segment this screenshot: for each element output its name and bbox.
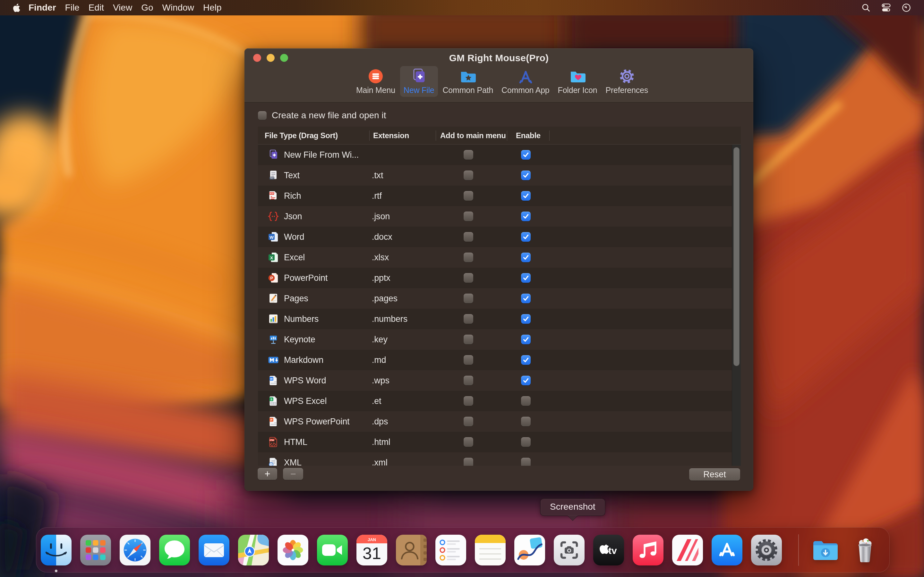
dock-item-reminders[interactable] [435, 535, 466, 566]
dock-item-tv[interactable]: tv [593, 535, 624, 566]
add-to-main-menu-checkbox[interactable] [464, 273, 473, 283]
control-center-icon[interactable] [881, 3, 891, 13]
table-row-pages[interactable]: Pages .pages [258, 288, 741, 309]
table-row-word[interactable]: W Word .docx [258, 227, 741, 247]
enable-checkbox[interactable] [521, 253, 531, 262]
enable-checkbox[interactable] [521, 191, 531, 201]
enable-checkbox[interactable] [521, 396, 531, 406]
clock-status-icon[interactable] [901, 3, 911, 13]
dock-item-music[interactable] [633, 535, 664, 566]
add-to-main-menu-checkbox[interactable] [464, 253, 473, 262]
add-to-main-menu-checkbox[interactable] [464, 355, 473, 365]
enable-checkbox[interactable] [521, 355, 531, 365]
reset-button[interactable]: Reset [689, 468, 740, 480]
table-row-powerpoint[interactable]: P PowerPoint .pptx [258, 268, 741, 288]
dock-item-screenshot[interactable] [554, 535, 585, 566]
apple-menu[interactable] [13, 3, 20, 12]
remove-file-type-button[interactable]: − [283, 468, 303, 480]
toolbar-item-folder-icon[interactable]: Folder Icon [554, 66, 601, 97]
table-row-html[interactable]: HTML HTML .html [258, 432, 741, 452]
dock-item-notes[interactable] [475, 535, 506, 566]
toolbar-item-common-path[interactable]: Common Path [439, 66, 497, 97]
dock-item-news[interactable] [672, 535, 703, 566]
add-to-main-menu-checkbox[interactable] [464, 211, 473, 221]
menu-edit[interactable]: Edit [84, 0, 108, 15]
column-file-type[interactable]: File Type (Drag Sort) [265, 127, 338, 145]
dock-item-facetime[interactable] [317, 535, 348, 566]
table-row-json[interactable]: Json .json [258, 206, 741, 227]
enable-checkbox[interactable] [521, 335, 531, 344]
enable-checkbox[interactable] [521, 314, 531, 324]
table-row-wps-excel[interactable]: S WPS Excel .et [258, 391, 741, 411]
table-row-xml[interactable]: XML .xml [258, 452, 741, 466]
add-to-main-menu-checkbox[interactable] [464, 191, 473, 201]
toolbar-item-common-app[interactable]: Common App [498, 66, 553, 97]
table-row-wps-word[interactable]: W WPS Word .wps [258, 370, 741, 391]
table-row-wps-powerpoint[interactable]: P WPS PowerPoint .dps [258, 411, 741, 432]
enable-checkbox[interactable] [521, 437, 531, 447]
enable-checkbox[interactable] [521, 171, 531, 180]
table-row-rich[interactable]: RTF Rich .rtf [258, 185, 741, 206]
menu-window[interactable]: Window [158, 0, 199, 15]
enable-checkbox[interactable] [521, 150, 531, 160]
add-to-main-menu-checkbox[interactable] [464, 437, 473, 447]
table-row-new-file-from-wi[interactable]: New File From Wi... [258, 145, 741, 165]
add-file-type-button[interactable]: + [258, 468, 277, 480]
create-file-checkbox[interactable] [258, 111, 267, 120]
menu-view[interactable]: View [108, 0, 137, 15]
enable-checkbox[interactable] [521, 273, 531, 283]
add-to-main-menu-checkbox[interactable] [464, 417, 473, 426]
dock-item-calendar[interactable]: JAN31 [357, 535, 387, 566]
menu-go[interactable]: Go [137, 0, 158, 15]
table-row-markdown[interactable]: Markdown .md [258, 350, 741, 370]
add-to-main-menu-checkbox[interactable] [464, 293, 473, 303]
file-extension: .dps [372, 411, 388, 432]
enable-checkbox[interactable] [521, 376, 531, 385]
add-to-main-menu-checkbox[interactable] [464, 150, 473, 160]
dock-item-trash[interactable] [850, 535, 880, 566]
menu-finder[interactable]: Finder [24, 0, 61, 15]
dock-item-safari[interactable] [120, 535, 150, 566]
enable-checkbox[interactable] [521, 458, 531, 466]
enable-checkbox[interactable] [521, 211, 531, 221]
dock-item-system-settings[interactable] [751, 535, 782, 566]
dock-item-downloads[interactable] [810, 535, 841, 566]
dock-item-messages[interactable] [159, 535, 190, 566]
toolbar-item-preferences[interactable]: Preferences [602, 66, 652, 97]
add-to-main-menu-checkbox[interactable] [464, 335, 473, 344]
add-to-main-menu-checkbox[interactable] [464, 376, 473, 385]
window-titlebar[interactable]: GM Right Mouse(Pro) Main Menu New File C… [244, 48, 753, 103]
add-to-main-menu-checkbox[interactable] [464, 396, 473, 406]
scrollbar-track[interactable] [732, 145, 741, 466]
add-to-main-menu-checkbox[interactable] [464, 171, 473, 180]
create-file-option[interactable]: Create a new file and open it [258, 110, 386, 121]
scrollbar-thumb[interactable] [733, 147, 740, 366]
table-row-text[interactable]: TXT Text .txt [258, 165, 741, 185]
menu-file[interactable]: File [61, 0, 84, 15]
dock-item-photos[interactable] [278, 535, 309, 566]
dock-item-maps[interactable] [238, 535, 269, 566]
add-to-main-menu-checkbox[interactable] [464, 458, 473, 466]
dock-item-launchpad[interactable] [80, 535, 111, 566]
enable-checkbox[interactable] [521, 232, 531, 242]
menu-help[interactable]: Help [199, 0, 226, 15]
toolbar-item-new-file[interactable]: New File [400, 66, 438, 97]
dock-item-freeform[interactable] [514, 535, 545, 566]
spotlight-search-icon[interactable] [861, 3, 871, 13]
enable-checkbox[interactable] [521, 293, 531, 303]
add-to-main-menu-checkbox[interactable] [464, 314, 473, 324]
dock-item-mail[interactable] [199, 535, 229, 566]
dock-item-contacts[interactable] [396, 535, 427, 566]
markdown-file-icon [268, 354, 279, 366]
table-row-numbers[interactable]: Numbers .numbers [258, 309, 741, 329]
enable-checkbox[interactable] [521, 417, 531, 426]
table-row-excel[interactable]: X Excel .xlsx [258, 247, 741, 268]
toolbar-item-main-menu[interactable]: Main Menu [352, 66, 399, 97]
dock-item-app-store[interactable] [712, 535, 742, 566]
dock-item-finder[interactable] [41, 535, 71, 566]
table-row-keynote[interactable]: Keynote .key [258, 329, 741, 350]
column-add-to-main-menu[interactable]: Add to main menu [440, 127, 506, 145]
add-to-main-menu-checkbox[interactable] [464, 232, 473, 242]
column-extension[interactable]: Extension [373, 127, 409, 145]
column-enable[interactable]: Enable [516, 127, 541, 145]
